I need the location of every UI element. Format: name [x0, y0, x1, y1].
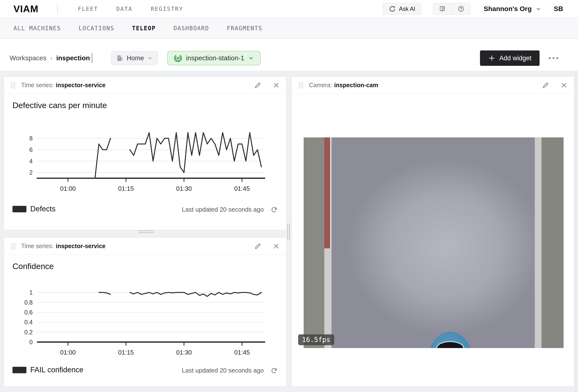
primary-nav: FLEET DATA REGISTRY — [78, 6, 183, 12]
workspace-title-input[interactable]: inspection — [56, 54, 90, 62]
chevron-down-icon — [248, 55, 254, 61]
svg-text:6: 6 — [29, 146, 33, 153]
viam-logo[interactable]: VIAM — [13, 3, 39, 14]
refresh-button[interactable] — [271, 367, 278, 374]
widget-resource-name: inspector-service — [56, 243, 105, 249]
edit-widget-button[interactable] — [542, 82, 549, 89]
building-icon — [116, 55, 123, 61]
ask-ai-button[interactable]: Ask AI — [383, 3, 421, 15]
close-widget-button[interactable] — [273, 82, 280, 89]
svg-text:0.2: 0.2 — [24, 329, 33, 336]
widget-type-label: Time series: — [21, 82, 53, 89]
org-name: Shannon's Org — [484, 5, 532, 13]
breadcrumb-separator: › — [50, 54, 53, 62]
tab-all-machines[interactable]: ALL MACHINES — [13, 25, 61, 32]
legend-label: FAIL confidence — [30, 366, 83, 374]
widget-camera: Camera: inspection-cam 16.5fps — [291, 76, 575, 387]
widget-timeseries-confidence: Time series: inspector-service Confidenc… — [3, 237, 287, 387]
svg-text:01:30: 01:30 — [176, 349, 192, 356]
nav-item-registry[interactable]: REGISTRY — [151, 6, 183, 12]
chevron-down-icon — [535, 6, 541, 12]
svg-text:01:45: 01:45 — [234, 349, 250, 356]
camera-left-wall — [304, 137, 324, 348]
machine-online-icon — [174, 54, 182, 62]
drag-handle-icon[interactable] — [298, 82, 304, 89]
help-button[interactable] — [452, 3, 470, 15]
svg-text:01:15: 01:15 — [118, 349, 134, 356]
docs-button[interactable] — [433, 3, 452, 15]
row-resize-handle[interactable] — [139, 230, 154, 233]
workspace-actions: Add widget — [480, 50, 568, 66]
edit-widget-button[interactable] — [254, 82, 261, 89]
widget-header: Camera: inspection-cam — [292, 77, 574, 94]
org-selector[interactable]: Shannon's Org — [484, 5, 541, 13]
camera-right-wall — [541, 137, 564, 348]
edit-widget-button[interactable] — [254, 243, 261, 250]
legend-swatch — [12, 206, 26, 212]
svg-text:01:00: 01:00 — [60, 349, 76, 356]
more-options-button[interactable] — [548, 56, 559, 60]
top-header: VIAM FLEET DATA REGISTRY Ask AI — [0, 0, 578, 18]
chart-legend: Defects — [12, 205, 55, 213]
svg-text:8: 8 — [29, 135, 33, 142]
svg-text:0: 0 — [29, 339, 33, 345]
ask-ai-icon — [389, 5, 396, 12]
header-actions: Ask AI Shannon's Org SB — [383, 3, 563, 15]
svg-text:01:00: 01:00 — [60, 185, 76, 192]
refresh-button[interactable] — [271, 206, 278, 213]
confidence-line-chart: 00.20.40.60.8101:0001:1501:3001:45 — [7, 286, 281, 358]
ask-ai-label: Ask AI — [399, 5, 415, 12]
legend-label: Defects — [30, 205, 55, 213]
nav-item-data[interactable]: DATA — [116, 6, 132, 12]
widget-type-label: Camera: — [309, 82, 332, 89]
plus-icon — [488, 54, 495, 62]
fps-badge: 16.5fps — [298, 334, 334, 345]
widget-type-label: Time series: — [21, 243, 53, 249]
svg-text:01:30: 01:30 — [176, 185, 192, 192]
ellipsis-icon — [548, 56, 559, 60]
widget-header: Time series: inspector-service — [4, 77, 286, 94]
svg-text:4: 4 — [29, 158, 33, 164]
page-scrollbar[interactable] — [575, 71, 578, 392]
book-icon — [438, 5, 446, 13]
camera-stream-image — [304, 137, 564, 348]
tab-teleop[interactable]: TELEOP — [132, 25, 156, 32]
chart-legend: FAIL confidence — [12, 366, 83, 374]
drag-handle-icon[interactable] — [11, 243, 16, 250]
close-widget-button[interactable] — [561, 82, 567, 89]
svg-text:01:15: 01:15 — [118, 185, 134, 192]
defects-line-chart: 246801:0001:1501:3001:45 — [7, 127, 281, 199]
widget-resource-name: inspection-cam — [334, 82, 378, 89]
last-updated-text: Last updated 20 seconds ago — [182, 367, 264, 374]
workspace-bar: Workspaces › inspection Home inspection-… — [0, 39, 578, 71]
tab-locations[interactable]: LOCATIONS — [79, 25, 114, 32]
svg-text:1: 1 — [29, 289, 33, 296]
add-widget-label: Add widget — [499, 54, 531, 62]
machine-selector[interactable]: inspection-station-1 — [167, 51, 261, 65]
widget-header: Time series: inspector-service — [4, 238, 286, 255]
fleet-tabs: ALL MACHINES LOCATIONS TELEOP DASHBOARD … — [0, 18, 578, 39]
header-divider — [57, 4, 58, 14]
location-selector[interactable]: Home — [111, 51, 158, 65]
last-updated-row: Last updated 20 seconds ago — [182, 367, 278, 374]
breadcrumb-workspaces[interactable]: Workspaces — [10, 54, 47, 62]
location-label: Home — [127, 54, 144, 62]
add-widget-button[interactable]: Add widget — [480, 50, 539, 66]
tab-dashboard[interactable]: DASHBOARD — [173, 25, 209, 32]
svg-text:01:45: 01:45 — [234, 185, 250, 192]
close-widget-button[interactable] — [273, 243, 280, 249]
widget-timeseries-defects: Time series: inspector-service Defective… — [3, 76, 287, 230]
chevron-down-icon — [147, 55, 152, 61]
machine-label: inspection-station-1 — [186, 54, 244, 62]
column-resize-handle[interactable] — [287, 224, 290, 240]
user-avatar[interactable]: SB — [554, 5, 563, 13]
svg-text:2: 2 — [29, 169, 33, 176]
tab-fragments[interactable]: FRAGMENTS — [227, 25, 262, 32]
help-icon — [457, 5, 465, 13]
last-updated-text: Last updated 20 seconds ago — [182, 206, 264, 213]
chart-title: Confidence — [12, 262, 54, 271]
svg-text:0.8: 0.8 — [24, 299, 33, 306]
nav-item-fleet[interactable]: FLEET — [78, 6, 98, 12]
drag-handle-icon[interactable] — [11, 82, 16, 89]
svg-text:0.6: 0.6 — [24, 309, 33, 316]
